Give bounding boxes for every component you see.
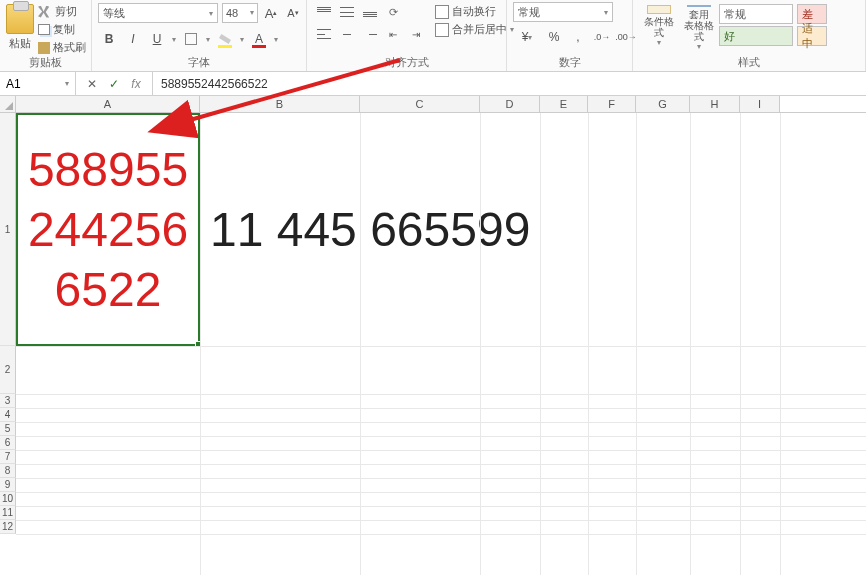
cell-style-neutral[interactable]: 适中 [797,26,827,46]
underline-button[interactable]: U [146,28,168,50]
font-color-button[interactable]: A [248,28,270,50]
column-header-G[interactable]: G [636,96,690,112]
column-header-D[interactable]: D [480,96,540,112]
border-button[interactable] [180,28,202,50]
row-header-9[interactable]: 9 [0,478,16,492]
align-center-button[interactable] [336,24,358,44]
merge-center-button[interactable]: 合并后居中 ▾ [435,22,514,37]
name-box-value: A1 [6,77,21,91]
row-header-7[interactable]: 7 [0,450,16,464]
cell-style-good[interactable]: 好 [719,26,793,46]
row-header-4[interactable]: 4 [0,408,16,422]
fill-color-button[interactable] [214,28,236,50]
group-font: 等线 ▾ 48 ▾ A▴ A▾ B I U ▾ ▾ [92,0,307,71]
cut-button[interactable]: 剪切 [38,4,86,19]
paste-button[interactable]: 粘贴 [6,2,34,51]
conditional-format-button[interactable]: 条件格式 ▾ [639,2,679,48]
chevron-down-icon[interactable]: ▾ [238,35,246,44]
group-label-font: 字体 [98,55,300,71]
row-header-8[interactable]: 8 [0,464,16,478]
font-name-value: 等线 [103,6,125,21]
name-box[interactable]: A1 ▾ [0,72,76,95]
table-format-icon [687,5,711,7]
cells-area[interactable]: 588955 244256 6522 11 445 665599 [16,113,866,575]
chevron-down-icon: ▾ [604,8,608,17]
row-header-12[interactable]: 12 [0,520,16,534]
row-header-10[interactable]: 10 [0,492,16,506]
chevron-down-icon: ▾ [657,38,661,47]
insert-function-button[interactable]: fx [126,75,146,93]
align-top-button[interactable] [313,2,335,22]
indent-increase-button[interactable]: ⇥ [405,24,427,44]
border-icon [185,33,197,45]
cell-A1[interactable]: 588955 244256 6522 [16,113,200,346]
column-headers: ABCDEFGHI [16,96,866,113]
chevron-down-icon[interactable]: ▾ [170,35,178,44]
bold-button[interactable]: B [98,28,120,50]
comma-button[interactable]: , [567,26,589,48]
column-header-F[interactable]: F [588,96,636,112]
merge-center-label: 合并后居中 [452,22,507,37]
select-all-button[interactable] [0,96,16,113]
bucket-icon [219,34,231,44]
formula-input[interactable]: 58895524425​66522 [153,77,866,91]
chevron-down-icon[interactable]: ▾ [204,35,212,44]
align-right-button[interactable] [359,24,381,44]
chevron-down-icon: ▾ [209,9,213,18]
column-header-B[interactable]: B [200,96,360,112]
wrap-text-button[interactable]: 自动换行 [435,4,514,19]
check-icon: ✓ [109,77,119,91]
group-label-number: 数字 [513,55,626,71]
italic-button[interactable]: I [122,28,144,50]
font-size-select[interactable]: 48 ▾ [222,3,258,23]
percent-button[interactable]: % [543,26,565,48]
chevron-down-icon: ▾ [697,42,701,51]
indent-decrease-button[interactable]: ⇤ [382,24,404,44]
orientation-button[interactable]: ⟳ [382,2,404,22]
column-header-E[interactable]: E [540,96,588,112]
row-headers: 123456789101112 [0,113,16,575]
row-header-3[interactable]: 3 [0,394,16,408]
format-as-table-button[interactable]: 套用表格格式 ▾ [679,2,719,48]
column-header-A[interactable]: A [16,96,200,112]
cell-B1-value: 11 445 665599 [210,202,530,257]
row-header-6[interactable]: 6 [0,436,16,450]
brush-icon [38,42,50,54]
group-label-clipboard: 剪贴板 [6,55,85,71]
cut-label: 剪切 [55,4,77,19]
copy-icon [38,24,50,35]
row-header-1[interactable]: 1 [0,113,16,346]
currency-button[interactable]: ¥▾ [513,26,541,48]
font-name-select[interactable]: 等线 ▾ [98,3,218,23]
column-header-H[interactable]: H [690,96,740,112]
comma-icon: , [576,30,579,44]
cell-style-normal[interactable]: 常规 [719,4,793,24]
copy-button[interactable]: 复制 [38,22,86,37]
spreadsheet-grid: ABCDEFGHI 123456789101112 588955 244256 … [0,96,866,575]
wrap-text-label: 自动换行 [452,4,496,19]
shrink-font-button[interactable]: A▾ [284,3,302,23]
x-icon: ✕ [87,77,97,91]
chevron-down-icon[interactable]: ▾ [272,35,280,44]
cond-format-icon [647,5,671,14]
align-left-button[interactable] [313,24,335,44]
number-format-select[interactable]: 常规 ▾ [513,2,613,22]
percent-icon: % [549,30,560,44]
row-header-2[interactable]: 2 [0,346,16,394]
cancel-edit-button[interactable]: ✕ [82,75,102,93]
row-header-5[interactable]: 5 [0,422,16,436]
align-middle-button[interactable] [336,2,358,22]
scissors-icon [38,6,52,18]
wrap-icon [435,5,449,19]
increase-decimal-button[interactable]: .0→ [591,26,613,48]
column-header-I[interactable]: I [740,96,780,112]
grow-font-button[interactable]: A▴ [262,3,280,23]
column-header-C[interactable]: C [360,96,480,112]
format-painter-button[interactable]: 格式刷 [38,40,86,55]
row-header-11[interactable]: 11 [0,506,16,520]
align-bottom-button[interactable] [359,2,381,22]
confirm-edit-button[interactable]: ✓ [104,75,124,93]
currency-icon: ¥ [522,30,529,44]
font-size-value: 48 [226,4,238,22]
font-color-letter: A [255,32,263,46]
